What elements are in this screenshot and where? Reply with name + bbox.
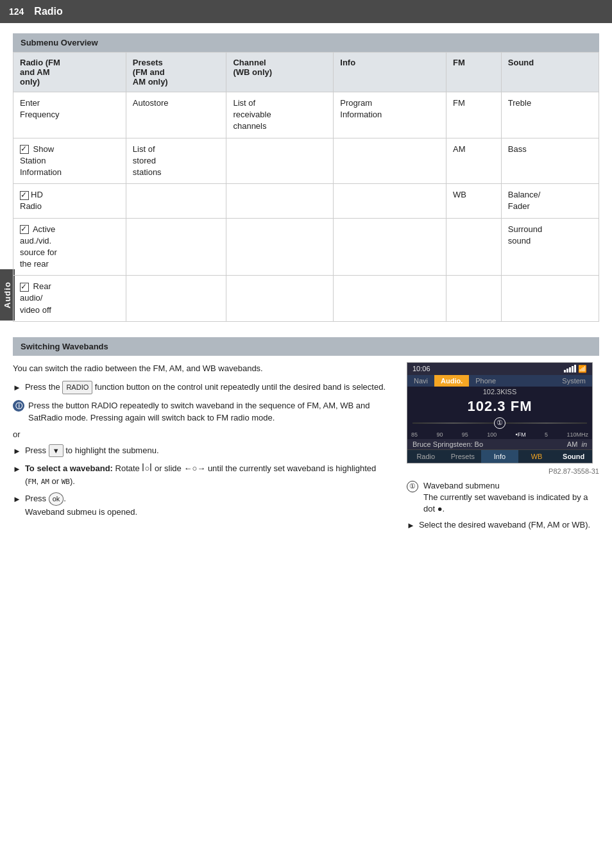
arrow-icon-2: ► [13,445,21,458]
scale-85: 85 [411,431,418,438]
scale-100: 100 [487,431,497,438]
info-icon: ⓘ [13,400,24,412]
cell-enter-freq: EnterFrequency [13,92,126,138]
table-row: Activeaud./vid.source forthe rear Surrou… [13,218,599,276]
device-nav-tabs: Navi Audio. Phone System [407,375,592,387]
signal-bar-1 [564,370,566,372]
down-kbd: ▼ [49,444,64,458]
freq-bar-left [412,422,494,424]
sound-bottom-tab[interactable]: Sound [555,450,592,463]
col-header-radio: Radio (FMand AMonly) [13,53,126,92]
cell-stored-stations: List ofstoredstations [126,138,226,184]
two-column-layout: You can switch the radio between the FM,… [13,362,599,537]
cell-rear-audio: Rearaudio/video off [13,276,126,322]
freq-bar-right [506,422,587,424]
bullet-item-4: ► Press ok.Waveband submeu is opened. [13,492,387,518]
waveband-note-1-text: Waveband submenuThe currently set waveba… [423,480,599,515]
arrow-icon-1: ► [13,381,21,394]
device-screen: 10:06 📶 Navi Audio. [407,362,593,463]
ok-button-label: ok [49,492,64,506]
cell-empty-11 [226,276,334,322]
checkbox-hd-radio [20,191,29,200]
phone-tab[interactable]: Phone [469,375,502,387]
radio-bottom-tab[interactable]: Radio [407,450,445,463]
scale-fm-dot: •FM [516,431,526,438]
am-indicator: AM in [567,440,587,448]
page-header: 124 Radio [0,0,612,23]
cell-fm: FM [446,92,502,138]
page-number: 124 [9,6,24,17]
device-station: 102.3KISS [407,387,592,397]
cell-am: AM [446,138,502,184]
cell-wb: WB [446,184,502,218]
cell-empty-13 [446,276,502,322]
circled-num-1: ① [407,481,418,492]
arrow-icon-4: ► [13,493,21,506]
checkbox-show-station [20,145,29,154]
or-text: or [13,430,387,439]
waveband-note-1: ① Waveband submenuThe currently set wave… [407,480,599,515]
device-caption: P82.87-3558-31 [407,467,599,475]
cell-bass: Bass [501,138,599,184]
presets-bottom-tab[interactable]: Presets [445,450,482,463]
wb-bottom-tab[interactable]: WB [518,450,556,463]
signal-bar-4 [572,366,574,372]
info-bottom-tab[interactable]: Info [481,450,518,463]
device-top-bar: 10:06 📶 [407,363,592,375]
cell-empty-9 [446,218,502,276]
bullet-item-2: ► Press ▼ to highlight the submenu. [13,444,387,458]
wifi-icon: 📶 [578,365,587,373]
bullet-item-1: ► Press the RADIO function button on the… [13,381,387,394]
cell-empty-4 [226,184,334,218]
table-row: Rearaudio/video off [13,276,599,322]
cell-empty-8 [334,218,446,276]
am-label: AM [41,478,49,486]
cell-program-info: ProgramInformation [334,92,446,138]
device-signal: 📶 [564,365,587,373]
device-time: 10:06 [412,365,430,372]
bullet-text-3: To select a waveband: Rotate ꟾ○ꟾ or slid… [25,462,387,487]
table-row: HDRadio WB Balance/Fader [13,184,599,218]
device-freq-large: 102.3 FM [407,397,592,416]
arrow-icon-5: ► [407,519,415,532]
system-tab[interactable]: System [556,375,592,387]
intro-text: You can switch the radio between the FM,… [13,362,387,375]
navi-tab[interactable]: Navi [407,375,434,387]
device-bottom-tabs: Radio Presets Info WB Sound [407,449,592,463]
page-title: Radio [34,6,62,17]
table-row: ShowStationInformation List ofstoredstat… [13,138,599,184]
col-header-info: Info [334,53,446,92]
scale-110: 110MHz [566,431,588,438]
cell-show-station: ShowStationInformation [13,138,126,184]
radio-kbd-1: RADIO [62,381,92,394]
audio-tab[interactable]: Audio. [434,375,469,387]
cell-empty-1 [226,138,334,184]
cell-empty-6 [126,218,226,276]
cell-empty-12 [334,276,446,322]
cell-empty-2 [334,138,446,184]
cell-empty-5 [334,184,446,218]
col-header-sound: Sound [501,53,599,92]
signal-bars [564,365,576,372]
bullet-text-2: Press ▼ to highlight the submenu. [25,444,159,458]
cell-treble: Treble [501,92,599,138]
switching-wavebands-header: Switching Wavebands [13,337,599,356]
bullet-text-1: Press the RADIO function button on the c… [25,381,386,394]
info-bullet: ⓘ Press the button RADIO repeatedly to s… [13,399,387,424]
scale-5: 5 [545,431,548,438]
device-indicator-row: ① [407,416,592,430]
fm-label: FM [28,478,36,486]
cell-empty-10 [126,276,226,322]
cell-autostore: Autostore [126,92,226,138]
col-header-channel: Channel(WB only) [226,53,334,92]
italic-in: in [581,440,587,448]
circled-indicator: ① [494,417,506,429]
cell-hd-radio: HDRadio [13,184,126,218]
cell-list-channels: List ofreceivablechannels [226,92,334,138]
bold-to-select: To select a waveband: [25,463,113,473]
table-row: EnterFrequency Autostore List ofreceivab… [13,92,599,138]
col-header-fm: FM [446,53,502,92]
signal-bar-5 [574,365,576,372]
bullet-text-4: Press ok.Waveband submeu is opened. [25,492,137,518]
scale-90: 90 [436,431,443,438]
